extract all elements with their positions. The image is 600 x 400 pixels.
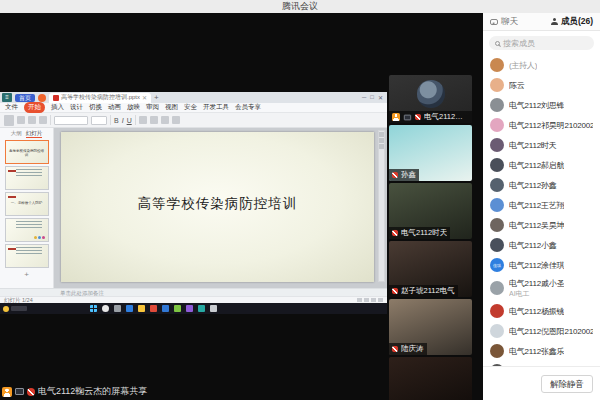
thumb-list: 高等学校传染病防控培训一、怎样做个人防护 (0, 140, 53, 268)
slide-thumbnail (5, 166, 49, 190)
member-row[interactable]: 陈云 (483, 75, 600, 95)
taskbar-app-icon (114, 305, 121, 312)
wps-menu-icon: ≡ (2, 93, 12, 102)
wps-menu-tab: 安全 (184, 103, 197, 112)
window-control-icon: ✕ (378, 94, 383, 101)
wps-menu-tab: 动画 (108, 103, 121, 112)
member-row[interactable]: (主持人) (483, 55, 600, 75)
tab-close-icon: ✕ (142, 94, 147, 101)
shape-icon (172, 116, 180, 124)
unmute-button[interactable]: 解除静音 (541, 375, 593, 393)
wps-menu-tab: 会员专享 (235, 103, 261, 112)
member-name: 电气2112涂佳琪 (509, 260, 564, 271)
thumbnail-panel-tabs: 大纲幻灯片 (0, 130, 53, 138)
avatar (490, 304, 504, 318)
bold-icon: B (114, 117, 119, 124)
member-row[interactable]: 电气2112戚小圣 AI电工 (483, 275, 600, 301)
member-row[interactable]: 电气2112小鑫 (483, 235, 600, 255)
slide-counter: 幻灯片 1/24 (4, 297, 33, 304)
search-icon (495, 41, 500, 46)
wps-menu-tab: 放映 (127, 103, 140, 112)
muted-mic-icon (27, 388, 35, 396)
member-list: (主持人) 陈云 电气2112刘思锋 电气2112祁昊明210200270107… (483, 53, 600, 366)
video-tile[interactable]: 赵子琥2112电气 (389, 241, 472, 297)
slide-canvas: 高等学校传染病防控培训 (54, 128, 387, 288)
participant-name: 孙鑫 (401, 170, 416, 180)
tab-chat[interactable]: 聊天 (490, 16, 518, 28)
wps-document-tab: 高等学校传染病防控培训.pptx ✕ (49, 93, 151, 103)
screen-share-icon (15, 388, 24, 395)
sun-icon (3, 306, 9, 312)
new-tab-icon: + (154, 93, 159, 102)
member-row[interactable]: 电气2112孙鑫 (483, 175, 600, 195)
app-titlebar: 腾讯会议 (0, 0, 600, 13)
canvas-scrollbar (378, 130, 385, 282)
member-row[interactable]: 电气2112王艺翔 (483, 195, 600, 215)
video-tile[interactable]: 电气2112杨振铫 (389, 357, 472, 400)
wps-menu-tab: 设计 (70, 103, 83, 112)
bullet-list-icon (161, 116, 169, 124)
avatar: 佳琪 (490, 258, 504, 272)
member-search[interactable]: 搜索成员 (483, 31, 600, 53)
avatar (490, 138, 504, 152)
wps-menu-tab: 切换 (89, 103, 102, 112)
underline-icon: U (127, 117, 132, 124)
muted-mic-icon (415, 114, 421, 120)
member-name: 电气2112时天 (509, 140, 557, 151)
member-row[interactable]: 电气2112张鑫乐 (483, 341, 600, 361)
tab-members[interactable]: 成员(26) (551, 16, 593, 28)
wps-logo-icon (38, 94, 46, 102)
video-tile[interactable]: 电气2112鞠云杰… (389, 75, 472, 123)
wps-menu-tab: 开始 (24, 102, 45, 113)
member-name: 电气2112祁昊明210200270107 (509, 120, 593, 131)
participant-name: 电气2112鞠云杰… (424, 112, 469, 122)
video-tile[interactable]: 电气2112时天 (389, 183, 472, 239)
member-row[interactable]: 佳琪 电气2112涂佳琪 (483, 255, 600, 275)
taskbar-app-icon (198, 305, 205, 312)
avatar (490, 198, 504, 212)
member-row[interactable]: 电气2112倪恩阳210200270119 (483, 321, 600, 341)
panel-footer: 解除静音 (483, 366, 600, 400)
members-panel: 聊天 成员(26) 搜索成员 (主持人) 陈云 电气2112刘思锋 (483, 13, 600, 400)
window-control-icon: □ (370, 94, 374, 101)
video-tile[interactable]: 陆庆涛 (389, 299, 472, 355)
member-name: 电气2112杨振铫 (509, 306, 564, 317)
taskbar-app-icon (162, 305, 169, 312)
member-row[interactable]: 电气2112郝启航 (483, 155, 600, 175)
member-name: 电气2112刘思锋 (509, 100, 564, 111)
windows-start-icon (90, 305, 97, 312)
member-row[interactable]: 电气2112吴昊坤 (483, 215, 600, 235)
member-row[interactable]: 电气2112祁昊明210200270107 (483, 115, 600, 135)
avatar (490, 218, 504, 232)
taskbar-app-icon (138, 305, 145, 312)
tile-name-label: 电气2112时天 (389, 227, 450, 239)
host-badge-icon (392, 113, 400, 121)
taskbar-app-icon (210, 305, 217, 312)
member-name: 电气2112吴昊坤 (509, 220, 564, 231)
copy-icon (28, 116, 36, 124)
shared-screen: ≡ 首页 高等学校传染病防控培训.pptx ✕ + ─□✕ 文件开始插入设计切换… (0, 92, 387, 314)
paste-icon (4, 115, 14, 126)
member-row[interactable]: 电气2112刘思锋 (483, 95, 600, 115)
member-row[interactable]: 电气2112杨振铫 (483, 301, 600, 321)
current-slide: 高等学校传染病防控培训 (61, 132, 374, 282)
wps-menubar: 文件开始插入设计切换动画放映审阅视图安全开发工具会员专享 (0, 103, 387, 113)
tile-name-label: 赵子琥2112电气 (389, 285, 458, 297)
video-tile[interactable]: 孙鑫 (389, 125, 472, 181)
member-row[interactable]: 电气2112时天 (483, 135, 600, 155)
avatar (490, 58, 504, 72)
avatar (490, 118, 504, 132)
person-icon (551, 18, 558, 25)
member-name: 电气2112倪恩阳210200270119 (509, 326, 593, 337)
avatar (490, 238, 504, 252)
wps-menu-tab: 审阅 (146, 103, 159, 112)
cut-icon (17, 116, 25, 124)
ppt-file-icon (53, 95, 59, 101)
screen-share-icon (404, 114, 411, 120)
member-name: 电气2112张鑫乐 (509, 346, 564, 357)
font-name-dropdown (54, 116, 88, 125)
font-size-dropdown (91, 116, 107, 125)
muted-mic-icon (392, 172, 398, 178)
tile-name-label: 电气2112鞠云杰… (389, 111, 472, 123)
align-left-icon (139, 116, 147, 124)
